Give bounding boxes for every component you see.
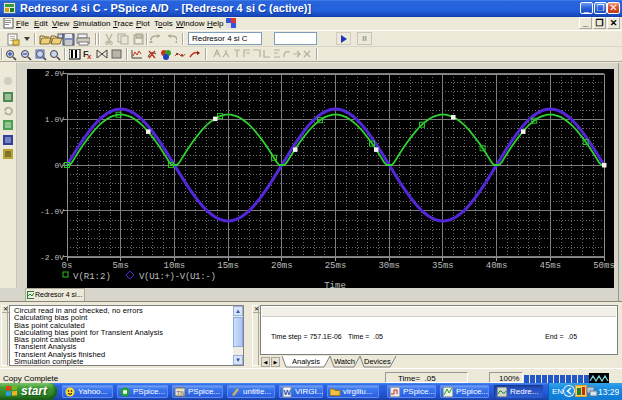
svg-text:V(U1:+)-V(U1:-): V(U1:+)-V(U1:-) [139,272,216,282]
svg-text:35ms: 35ms [432,261,454,271]
svg-text:20ms: 20ms [271,261,293,271]
svg-text:-1.0V: -1.0V [40,207,64,216]
svg-text:0s: 0s [62,261,73,271]
svg-text:45ms: 45ms [539,261,561,271]
svg-text:-2.0V: -2.0V [40,253,64,262]
svg-text:V(R1:2): V(R1:2) [73,272,111,282]
svg-text:30ms: 30ms [378,261,400,271]
svg-text:40ms: 40ms [486,261,508,271]
svg-text:Analysis: Analysis [292,357,320,366]
svg-text:15ms: 15ms [217,261,239,271]
svg-text:25ms: 25ms [325,261,347,271]
svg-text:Watch: Watch [334,357,355,366]
svg-text:W: W [284,388,292,397]
svg-text:TN: TN [177,390,185,396]
svg-text:2.0V: 2.0V [45,69,64,78]
svg-text:50ms: 50ms [593,261,614,271]
svg-text:0V: 0V [54,161,64,170]
svg-text:1.0V: 1.0V [45,115,64,124]
svg-text:5ms: 5ms [113,261,129,271]
svg-text:10ms: 10ms [164,261,186,271]
svg-text:Devices: Devices [364,357,391,366]
svg-text:x: x [87,52,92,60]
